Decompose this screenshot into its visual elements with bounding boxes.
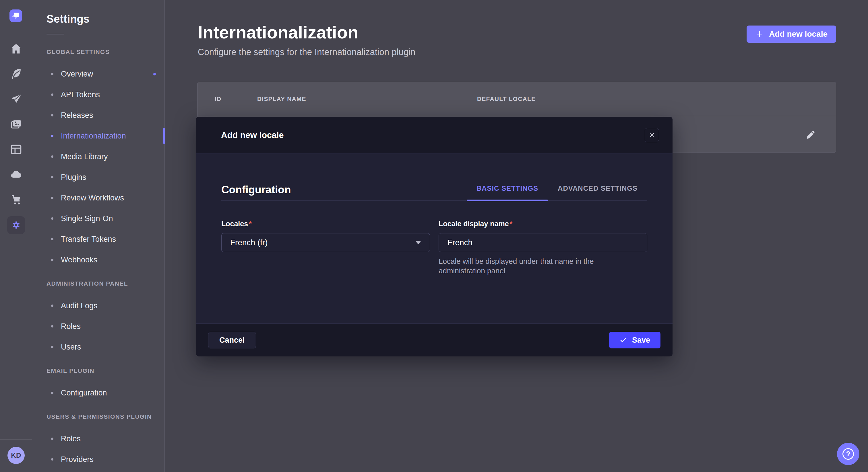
sidebar-item-api-tokens[interactable]: API Tokens	[32, 84, 164, 105]
bullet-icon	[51, 259, 53, 261]
sidebar-item-label: Review Workflows	[61, 194, 124, 202]
bullet-icon	[51, 458, 53, 461]
locales-label: Locales*	[221, 220, 430, 228]
layout-panel-icon[interactable]	[9, 143, 23, 156]
bullet-icon	[51, 114, 53, 116]
cloud-icon[interactable]	[9, 168, 23, 181]
pencil-icon	[805, 129, 816, 140]
media-images-icon[interactable]	[9, 118, 23, 131]
marketplace-cart-icon[interactable]	[9, 193, 23, 206]
add-new-locale-label: Add new locale	[769, 30, 828, 39]
sidebar-title: Settings	[32, 12, 164, 25]
sidebar-item-label: Roles	[61, 434, 81, 443]
tab-advanced-settings[interactable]: ADVANCED SETTINGS	[548, 184, 647, 200]
sidebar-item-label: Single Sign-On	[61, 214, 113, 223]
sidebar-title-divider	[46, 34, 64, 34]
bullet-icon	[51, 217, 53, 220]
required-asterisk: *	[510, 220, 513, 228]
chevron-down-icon	[415, 241, 421, 244]
sidebar-item-transfer-tokens[interactable]: Transfer Tokens	[32, 229, 164, 249]
sidebar-item-label: Configuration	[61, 389, 107, 398]
sidebar-item-label: Users	[61, 343, 81, 351]
home-icon[interactable]	[9, 42, 23, 55]
bullet-icon	[51, 346, 53, 348]
add-new-locale-button[interactable]: Add new locale	[747, 26, 836, 43]
sidebar-item-label: Transfer Tokens	[61, 235, 116, 244]
sidebar-item-label: Overview	[61, 70, 93, 78]
locales-field: Locales* French (fr)	[221, 220, 430, 276]
locales-select-value: French (fr)	[230, 238, 268, 247]
save-label: Save	[632, 336, 650, 345]
column-header-display-name: DISPLAY NAME	[257, 96, 306, 102]
settings-tabs: BASIC SETTINGS ADVANCED SETTINGS	[467, 184, 647, 200]
cancel-button[interactable]: Cancel	[208, 332, 256, 348]
sidebar-item-label: Internationalization	[61, 132, 126, 140]
sidebar-item-admin-roles[interactable]: Roles	[32, 316, 164, 337]
sidebar-item-overview[interactable]: Overview	[32, 64, 164, 84]
sidebar-item-users[interactable]: Users	[32, 337, 164, 357]
modal-body: Configuration BASIC SETTINGS ADVANCED SE…	[196, 184, 673, 276]
bullet-icon	[51, 156, 53, 158]
section-label-users-permissions-plugin: USERS & PERMISSIONS PLUGIN	[46, 413, 164, 420]
settings-sidebar: Settings GLOBAL SETTINGS Overview API To…	[32, 0, 165, 472]
sidebar-item-plugins[interactable]: Plugins	[32, 167, 164, 188]
plus-icon	[755, 30, 764, 38]
display-name-field: Locale display name* Locale will be disp…	[439, 220, 647, 276]
configuration-header-row: Configuration BASIC SETTINGS ADVANCED SE…	[221, 184, 647, 201]
question-mark-icon: ?	[842, 448, 854, 460]
close-modal-button[interactable]	[645, 128, 659, 142]
sidebar-item-label: Releases	[61, 111, 93, 120]
sidebar-item-audit-logs[interactable]: Audit Logs	[32, 295, 164, 316]
sidebar-item-providers[interactable]: Providers	[32, 449, 164, 470]
active-indicator	[163, 128, 165, 144]
strapi-logo[interactable]	[9, 9, 22, 22]
bullet-icon	[51, 94, 53, 96]
sidebar-item-webhooks[interactable]: Webhooks	[32, 249, 164, 270]
required-asterisk: *	[249, 220, 252, 228]
strapi-logo-icon	[9, 9, 22, 22]
sidebar-item-label: Webhooks	[61, 256, 97, 264]
sidebar-item-review-workflows[interactable]: Review Workflows	[32, 188, 164, 208]
section-label-email-plugin: EMAIL PLUGIN	[46, 367, 164, 374]
user-avatar[interactable]: KD	[7, 447, 25, 464]
send-plane-icon[interactable]	[9, 93, 23, 106]
edit-locale-button[interactable]	[804, 128, 817, 141]
sidebar-item-label: Providers	[61, 455, 94, 464]
sidebar-item-label: Media Library	[61, 152, 108, 161]
nav-rail: KD	[0, 0, 32, 472]
content-feather-icon[interactable]	[9, 67, 23, 80]
section-label-global-settings: GLOBAL SETTINGS	[46, 48, 164, 56]
settings-gear-button[interactable]	[7, 216, 25, 234]
bullet-icon	[51, 438, 53, 440]
save-button[interactable]: Save	[609, 332, 660, 348]
display-name-help-text: Locale will be displayed under that name…	[439, 257, 640, 276]
locale-form: Locales* French (fr) Locale display name…	[221, 220, 647, 276]
sidebar-item-releases[interactable]: Releases	[32, 105, 164, 126]
rail-divider	[0, 439, 32, 440]
locales-select[interactable]: French (fr)	[221, 233, 430, 252]
help-button[interactable]: ?	[837, 443, 859, 465]
bullet-icon	[51, 305, 53, 307]
sidebar-item-internationalization[interactable]: Internationalization	[32, 126, 164, 146]
sidebar-item-label: Roles	[61, 322, 81, 331]
check-icon	[619, 336, 627, 344]
display-name-input[interactable]	[439, 233, 647, 252]
tab-basic-settings[interactable]: BASIC SETTINGS	[467, 184, 548, 200]
locales-label-text: Locales	[221, 220, 248, 228]
display-name-label-text: Locale display name	[439, 220, 509, 228]
bullet-icon	[51, 73, 53, 75]
sidebar-item-email-configuration[interactable]: Configuration	[32, 382, 164, 403]
sidebar-item-label: Audit Logs	[61, 301, 98, 310]
sidebar-item-label: Plugins	[61, 173, 86, 182]
column-header-id: ID	[215, 96, 221, 102]
sidebar-item-media-library[interactable]: Media Library	[32, 146, 164, 167]
modal-header: Add new locale	[196, 117, 673, 154]
page-subtitle: Configure the settings for the Internati…	[198, 47, 868, 57]
sidebar-item-up-roles[interactable]: Roles	[32, 429, 164, 449]
sidebar-item-single-sign-on[interactable]: Single Sign-On	[32, 208, 164, 229]
sidebar-item-label: API Tokens	[61, 90, 100, 99]
settings-gear-icon	[10, 220, 22, 231]
notification-dot-icon	[153, 73, 156, 75]
section-label-administration-panel: ADMINISTRATION PANEL	[46, 280, 164, 287]
bullet-icon	[51, 176, 53, 178]
